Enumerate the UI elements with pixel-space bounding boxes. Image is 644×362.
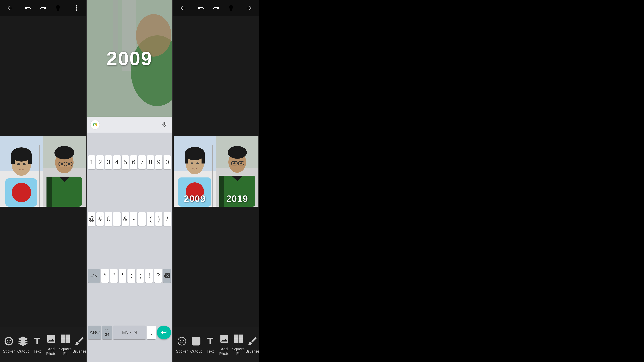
redo-button[interactable] [38,3,48,13]
cutout-icon [17,335,29,347]
svg-point-64 [180,340,181,342]
key-3[interactable]: 3 [105,155,112,169]
key-rparen[interactable]: ) [155,212,162,226]
key-0[interactable]: 0 [164,155,171,169]
keyboard-rows: 1 2 3 4 5 6 7 8 9 0 @ # £ _ & - + ( [86,132,172,362]
svg-point-61 [233,162,236,164]
key-9[interactable]: 9 [155,155,162,169]
add-photo-icon [45,333,58,345]
google-logo: G [90,120,100,130]
right-tool-add-photo[interactable]: Add Photo [217,333,232,356]
key-underscore[interactable]: _ [113,212,120,226]
back-button[interactable] [4,3,15,13]
undo-button[interactable] [23,3,33,13]
right-brushes-icon [246,335,259,347]
key-dot[interactable]: . [147,326,156,340]
key-star[interactable]: * [101,269,108,283]
brushes-label: Brushes [72,349,87,354]
text-tool-icon [31,335,43,347]
key-space[interactable]: EN · IN [113,326,146,340]
key-dquote[interactable]: " [110,269,118,283]
tool-text[interactable]: Text [30,335,44,354]
right-panel: 2009 [173,0,644,362]
kb-row-1: 1 2 3 4 5 6 7 8 9 0 [88,155,171,169]
key-4[interactable]: 4 [113,155,120,169]
year-2019-text: 2019 [226,193,248,204]
svg-point-63 [178,337,186,345]
right-undo-button[interactable] [196,3,206,13]
right-tool-cutout[interactable]: Cutout [189,335,203,354]
right-collage: 2009 [174,136,258,207]
microphone-icon[interactable] [160,120,169,129]
key-question[interactable]: ? [154,269,162,283]
right-back-button[interactable] [177,3,188,13]
photo-cell-right[interactable] [43,136,86,207]
cutout-label: Cutout [17,349,29,354]
kb-row-2: @ # £ _ & - + ( ) / [88,212,171,226]
tool-sticker[interactable]: Sticker [2,335,16,354]
tool-brushes[interactable]: Brushes [72,335,86,354]
key-5[interactable]: 5 [122,155,129,169]
key-semicolon[interactable]: ; [136,269,144,283]
more-button[interactable] [71,3,82,13]
key-numbers-small[interactable]: 1234 [102,326,112,340]
right-left-side: 2009 [173,0,259,362]
key-slash[interactable]: / [164,212,171,226]
svg-point-2 [76,9,77,10]
right-add-photo-label: Add Photo [217,347,232,356]
key-8[interactable]: 8 [147,155,154,169]
left-photo-area [0,16,86,327]
right-tool-brushes[interactable]: Brushes [246,335,260,354]
key-plus[interactable]: + [138,212,146,226]
svg-rect-71 [234,340,238,343]
key-lparen[interactable]: ( [147,212,154,226]
key-amp[interactable]: & [122,212,129,226]
collage-row [0,136,86,207]
bulb-icon [53,3,63,13]
key-pound[interactable]: £ [105,212,112,226]
key-squote[interactable]: ' [118,269,126,283]
key-hash[interactable]: # [96,212,104,226]
svg-rect-32 [66,335,70,338]
right-forward-button[interactable] [244,3,255,13]
year-text-overlay: 2009 [106,47,152,70]
svg-rect-68 [192,337,200,345]
svg-point-49 [191,162,193,164]
tool-add-photo[interactable]: Add Photo [44,333,58,356]
right-sticker-icon [176,335,188,347]
svg-point-0 [76,5,77,6]
key-abc[interactable]: ABC [88,326,101,340]
key-7[interactable]: 7 [138,155,146,169]
key-1[interactable]: 1 [88,155,95,169]
kb-bottom-row: ABC 1234 EN · IN . [88,326,171,340]
right-tool-sticker[interactable]: Sticker [175,335,189,354]
key-at[interactable]: @ [88,212,95,226]
key-2[interactable]: 2 [96,155,104,169]
svg-rect-48 [202,153,205,164]
right-text-icon [204,335,216,347]
center-panel: 2009 G 1 2 3 4 5 6 7 [86,0,172,362]
tool-square-fit[interactable]: Square Fit [58,333,72,356]
right-photo-left[interactable]: 2009 [174,136,216,207]
enter-key[interactable] [157,326,171,340]
right-square-fit-icon [232,333,245,345]
right-photo-area: 2009 [173,16,259,327]
key-colon[interactable]: : [128,269,135,283]
svg-point-57 [228,146,247,159]
right-square-fit-label: Square Fit [232,347,246,356]
right-tool-square-fit[interactable]: Square Fit [232,333,246,356]
key-minus[interactable]: - [130,212,137,226]
photo-cell-left[interactable] [0,136,43,207]
sticker-icon [3,335,15,347]
key-exclaim[interactable]: ! [145,269,153,283]
add-photo-label: Add Photo [44,347,58,356]
right-redo-button[interactable] [211,3,221,13]
key-6[interactable]: 6 [130,155,137,169]
tool-cutout[interactable]: Cutout [16,335,30,354]
svg-point-26 [5,338,12,345]
right-photo-right[interactable]: 2019 [216,136,258,207]
backspace-key[interactable] [163,269,171,283]
right-tool-text[interactable]: Text [203,335,217,354]
left-panel: Sticker Cutout Text [0,0,86,362]
key-equals[interactable]: =\< [88,269,100,283]
